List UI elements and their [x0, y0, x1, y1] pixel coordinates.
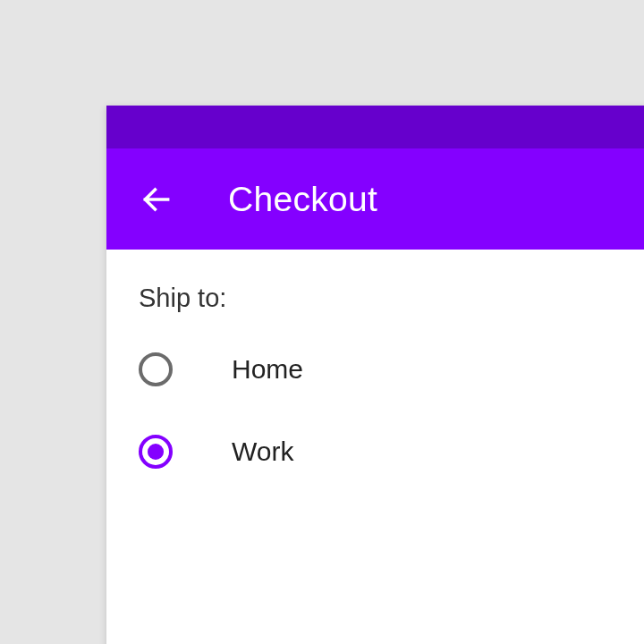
radio-checked-icon: [139, 435, 173, 469]
radio-option-home[interactable]: Home: [139, 352, 644, 386]
radio-label: Work: [232, 436, 293, 467]
page-title: Checkout: [228, 180, 377, 219]
app-bar: Checkout: [106, 148, 644, 250]
back-arrow-icon[interactable]: [139, 182, 174, 217]
content-area: Ship to: Home Work: [106, 250, 644, 551]
radio-option-work[interactable]: Work: [139, 435, 644, 469]
radio-unchecked-icon: [139, 352, 173, 386]
radio-label: Home: [232, 354, 303, 385]
app-window: Checkout Ship to: Home Work: [106, 106, 644, 644]
status-bar: [106, 106, 644, 148]
ship-to-label: Ship to:: [139, 284, 644, 313]
radio-inner-dot: [148, 444, 164, 460]
